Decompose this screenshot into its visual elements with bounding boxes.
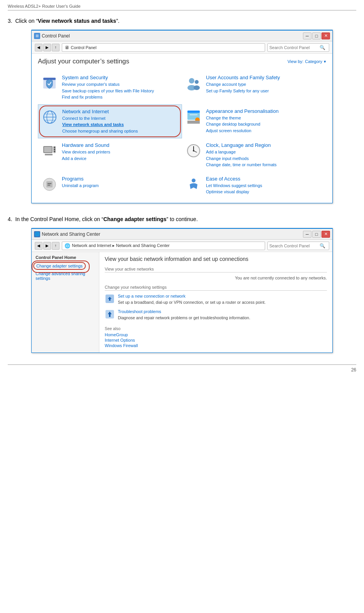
- cp-title: Adjust your computer’s settings: [38, 58, 129, 65]
- search-icon: 🔍: [320, 45, 325, 50]
- hardware-sound-title[interactable]: Hardware and Sound: [62, 142, 110, 148]
- nsc-close-button[interactable]: ✕: [321, 231, 330, 238]
- nav-buttons: ◀ ▶ ↑: [35, 44, 60, 51]
- nsc-search-box[interactable]: 🔍: [267, 242, 329, 250]
- nsc-search-input[interactable]: [269, 243, 320, 248]
- connect-icon: [105, 294, 115, 304]
- nsc-setup-link[interactable]: Set up a new connection or network: [118, 294, 265, 298]
- view-by: View by: Category ▾: [287, 59, 326, 64]
- svg-rect-12: [187, 111, 200, 113]
- ease-of-access-title[interactable]: Ease of Access: [206, 176, 262, 182]
- nsc-maximize-button[interactable]: □: [312, 231, 321, 238]
- network-internet-title[interactable]: Network and Internet: [62, 109, 138, 114]
- appearance-title[interactable]: Appearance and Personalisation: [206, 108, 279, 114]
- clock-language-link-1[interactable]: Change input methods: [206, 155, 277, 162]
- nsc-window-title: Network and Sharing Center: [42, 232, 100, 237]
- system-security-link-0[interactable]: Review your computer's status: [62, 81, 154, 88]
- nsc-minimize-button[interactable]: ─: [303, 231, 311, 238]
- category-ease-of-access: Ease of Access Let Windows suggest setti…: [182, 172, 326, 199]
- svg-point-32: [192, 179, 196, 182]
- svg-point-2: [189, 78, 194, 83]
- user-accounts-title[interactable]: User Accounts and Family Safety: [206, 75, 280, 80]
- nsc-back-button[interactable]: ◀: [35, 242, 43, 250]
- network-internet-link-2[interactable]: Choose homegroup and sharing options: [62, 128, 138, 135]
- window-titlebar: ⊞ Control Panel ─ □ ✕: [32, 31, 332, 41]
- forward-button[interactable]: ▶: [43, 44, 51, 51]
- hardware-sound-icon: [41, 142, 58, 159]
- category-network-internet: Network and Internet Connect to the Inte…: [38, 104, 182, 139]
- close-button[interactable]: ✕: [321, 32, 330, 39]
- nsc-forward-button[interactable]: ▶: [43, 242, 51, 250]
- svg-rect-17: [44, 147, 52, 152]
- nsc-setting-1-text: Troubleshoot problems Diagnose and repai…: [118, 309, 250, 321]
- nsc-address-path[interactable]: 🌐 Network and Internet ▸ Network and Sha…: [62, 242, 265, 250]
- svg-rect-13: [190, 114, 197, 115]
- category-programs: Programs Uninstall a program: [38, 172, 182, 199]
- viewby-chevron-icon[interactable]: ▾: [324, 59, 326, 64]
- category-appearance: Appearance and Personalisation Change th…: [182, 104, 326, 139]
- change-advanced-sharing-link[interactable]: Change advanced sharing settings: [36, 271, 95, 281]
- hardware-sound-link-1[interactable]: Add a device: [62, 155, 110, 162]
- back-button[interactable]: ◀: [35, 44, 43, 51]
- ease-of-access-icon: [185, 176, 202, 193]
- ease-of-access-link-1[interactable]: Optimise visual display: [206, 189, 262, 195]
- nsc-setting-0-text: Set up a new connection or network Set u…: [118, 294, 265, 305]
- viewby-value[interactable]: Category: [305, 59, 322, 64]
- nsc-window-controls: ─ □ ✕: [303, 231, 330, 238]
- nsc-up-button[interactable]: ↑: [52, 242, 60, 250]
- nsc-windows-firewall-link[interactable]: Windows Firewall: [105, 343, 327, 348]
- programs-icon: [41, 176, 58, 193]
- maximize-button[interactable]: □: [312, 32, 321, 39]
- svg-rect-15: [187, 121, 200, 124]
- appearance-icon: [185, 108, 202, 125]
- system-security-link-1[interactable]: Save backup copies of your files with Fi…: [62, 88, 154, 94]
- address-bar: ◀ ▶ ↑ 🖥 Control Panel 🔍: [32, 41, 332, 54]
- network-internet-link-0[interactable]: Connect to the Internet: [62, 115, 138, 122]
- user-accounts-icon: [185, 75, 202, 92]
- search-box[interactable]: 🔍: [267, 43, 329, 52]
- programs-title[interactable]: Programs: [62, 176, 99, 182]
- appearance-link-0[interactable]: Change the theme: [206, 115, 279, 121]
- category-hardware-sound: Hardware and Sound View devices and prin…: [38, 138, 182, 172]
- programs-link-0[interactable]: Uninstall a program: [62, 182, 99, 189]
- clock-language-link-2[interactable]: Change date, time or number formats: [206, 162, 277, 168]
- clock-language-title[interactable]: Clock, Language and Region: [206, 142, 277, 148]
- change-adapter-settings-link[interactable]: Change adapter settings: [33, 262, 86, 270]
- search-input[interactable]: [269, 45, 320, 50]
- troubleshoot-icon: [105, 309, 115, 319]
- minimize-button[interactable]: ─: [303, 32, 311, 39]
- clock-language-link-0[interactable]: Add a language: [206, 149, 277, 155]
- nsc-homegroup-link[interactable]: HomeGroup: [105, 332, 327, 337]
- viewby-label: View by:: [287, 59, 303, 64]
- nsc-internet-options-link[interactable]: Internet Options: [105, 338, 327, 342]
- network-internet-content: Network and Internet Connect to the Inte…: [62, 109, 138, 135]
- appearance-link-1[interactable]: Change desktop background: [206, 121, 279, 128]
- address-path-text: Control Panel: [71, 45, 97, 50]
- nsc-setting-1: Troubleshoot problems Diagnose and repai…: [105, 309, 327, 321]
- step-3-container: 3. Click on “View network status and tas…: [8, 17, 356, 203]
- page-number: 26: [8, 364, 356, 373]
- step-4-container: 4. In the Control Panel Home, click on “…: [8, 215, 356, 353]
- step-3-text: 3. Click on “View network status and tas…: [8, 17, 356, 25]
- nsc-see-also: See also HomeGroup Internet Options Wind…: [105, 326, 327, 348]
- ease-of-access-link-0[interactable]: Let Windows suggest settings: [206, 182, 262, 189]
- window-title-text: Control Panel: [42, 33, 70, 39]
- system-security-title[interactable]: System and Security: [62, 75, 154, 80]
- nsc-address-path-text: Network and Internet ▸ Network and Shari…: [72, 243, 170, 248]
- user-accounts-link-0[interactable]: Change account type: [206, 81, 280, 88]
- window-icon: ⊞: [34, 33, 40, 39]
- address-path[interactable]: 🖥 Control Panel: [62, 43, 265, 52]
- svg-point-4: [195, 80, 199, 84]
- user-accounts-link-1[interactable]: Set up Family Safety for any user: [206, 88, 280, 94]
- network-internet-link-1[interactable]: View network status and tasks: [62, 121, 138, 128]
- svg-rect-20: [54, 149, 55, 150]
- category-user-accounts: User Accounts and Family Safety Change a…: [182, 71, 326, 104]
- up-button[interactable]: ↑: [52, 44, 60, 51]
- nsc-troubleshoot-link[interactable]: Troubleshoot problems: [118, 309, 250, 314]
- nsc-window-icon: 🌐: [34, 231, 40, 237]
- hardware-sound-link-0[interactable]: View devices and printers: [62, 149, 110, 155]
- step4-bold: Change adapter settings: [103, 216, 166, 222]
- appearance-link-2[interactable]: Adjust screen resolution: [206, 128, 279, 134]
- system-security-link-2[interactable]: Find and fix problems: [62, 94, 154, 100]
- document-header: Wireless ADSL2+ Router User's Guide: [8, 4, 356, 10]
